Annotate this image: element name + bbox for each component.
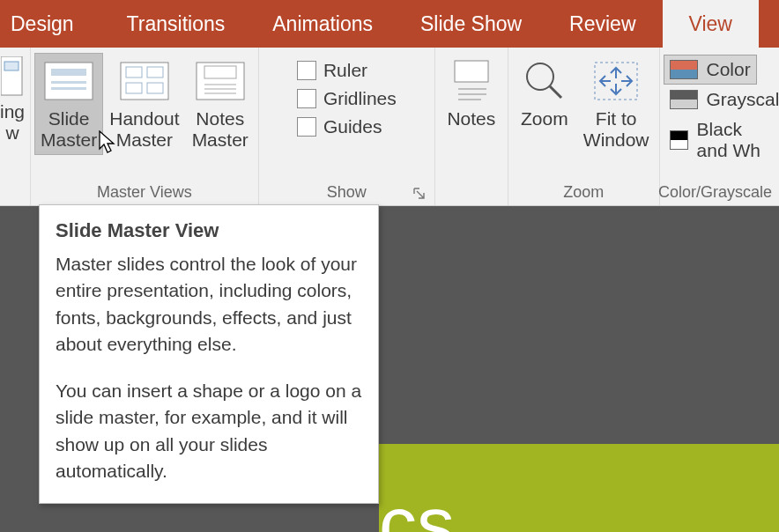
outline-view-button-partial[interactable]: ing w bbox=[0, 53, 26, 147]
grayscale-swatch-icon bbox=[670, 90, 698, 109]
magnifier-icon bbox=[523, 59, 567, 103]
tab-label: Transitions bbox=[127, 12, 226, 36]
group-show: Ruler Gridlines Guides Show bbox=[259, 48, 435, 205]
svg-rect-1 bbox=[4, 62, 19, 70]
color-swatch-icon bbox=[670, 60, 698, 79]
grayscale-option[interactable]: Grayscale bbox=[664, 85, 779, 115]
svg-point-20 bbox=[527, 63, 553, 90]
guides-checkbox[interactable]: Guides bbox=[292, 113, 388, 141]
label-line: Handout bbox=[109, 108, 179, 129]
option-label: Color bbox=[707, 59, 751, 80]
svg-rect-3 bbox=[51, 69, 86, 76]
label-line: ing bbox=[0, 101, 25, 122]
svg-rect-16 bbox=[455, 61, 488, 82]
zoom-button[interactable]: Zoom bbox=[512, 53, 577, 155]
tab-review[interactable]: Review bbox=[552, 0, 662, 48]
tooltip-paragraph: Master slides control the look of your e… bbox=[56, 251, 362, 358]
group-label: Master Views bbox=[34, 179, 255, 205]
group-label-text: Show bbox=[327, 183, 367, 202]
tooltip-title: Slide Master View bbox=[56, 219, 362, 242]
handout-master-icon bbox=[120, 62, 169, 100]
svg-rect-11 bbox=[197, 63, 244, 100]
bw-swatch-icon bbox=[670, 130, 688, 150]
tooltip-paragraph: You can insert a shape or a logo on a sl… bbox=[56, 378, 362, 485]
tab-transitions[interactable]: Transitions bbox=[109, 0, 256, 48]
label-line: Notes bbox=[196, 108, 244, 129]
color-option[interactable]: Color bbox=[664, 55, 757, 85]
title-text: cs bbox=[379, 480, 455, 533]
checkbox-icon bbox=[297, 117, 316, 137]
label-line: Slide bbox=[48, 108, 90, 129]
label-line: Fit to bbox=[596, 108, 637, 129]
svg-line-21 bbox=[550, 86, 561, 98]
dialog-launcher-icon[interactable] bbox=[413, 188, 426, 200]
group-notes: Notes bbox=[435, 48, 508, 205]
handout-master-button[interactable]: Handout Master bbox=[103, 53, 185, 155]
svg-rect-6 bbox=[121, 63, 168, 100]
checkbox-label: Gridlines bbox=[323, 88, 397, 109]
svg-rect-4 bbox=[51, 81, 86, 84]
notes-master-icon bbox=[196, 62, 245, 100]
slide-master-tooltip: Slide Master View Master slides control … bbox=[39, 204, 379, 504]
ruler-checkbox[interactable]: Ruler bbox=[292, 56, 373, 85]
ribbon-tabs: Design Transitions Animations Slide Show… bbox=[0, 0, 779, 48]
group-label: Color/Grayscale bbox=[664, 179, 775, 205]
tab-label: Slide Show bbox=[420, 12, 522, 36]
slide-master-button[interactable]: Slide Master bbox=[34, 53, 103, 155]
label-line: Notes bbox=[447, 108, 495, 129]
page-icon bbox=[1, 56, 24, 97]
label-line: Master bbox=[41, 129, 97, 151]
label-line: Master bbox=[192, 129, 249, 151]
label-line: Master bbox=[116, 129, 173, 151]
checkbox-label: Ruler bbox=[323, 60, 367, 81]
notes-icon bbox=[451, 59, 492, 103]
fit-to-window-button[interactable]: Fit to Window bbox=[577, 53, 656, 155]
slide-master-icon bbox=[44, 62, 93, 100]
tab-label: Design bbox=[11, 12, 74, 36]
fit-window-icon bbox=[593, 61, 639, 101]
checkbox-label: Guides bbox=[323, 116, 382, 137]
tab-label: Animations bbox=[272, 12, 373, 36]
group-label: Show bbox=[263, 179, 431, 205]
tab-label: View bbox=[689, 12, 732, 36]
label-line: Window bbox=[583, 129, 649, 151]
checkbox-icon bbox=[297, 89, 316, 108]
slide-title-fragment: cs bbox=[379, 444, 779, 532]
black-and-white-option[interactable]: Black and Wh bbox=[664, 115, 775, 166]
label-line: w bbox=[5, 122, 19, 144]
tab-slide-show[interactable]: Slide Show bbox=[403, 0, 552, 48]
notes-master-button[interactable]: Notes Master bbox=[186, 53, 255, 155]
notes-button[interactable]: Notes bbox=[439, 53, 504, 155]
tab-label: Review bbox=[569, 12, 635, 36]
gridlines-checkbox[interactable]: Gridlines bbox=[292, 85, 402, 113]
label-line: Zoom bbox=[521, 108, 568, 129]
tab-animations[interactable]: Animations bbox=[255, 0, 403, 48]
group-zoom: Zoom Fit to Window Zoom bbox=[508, 48, 660, 205]
tab-design[interactable]: Design bbox=[0, 0, 109, 48]
group-master-views: Slide Master Handout Master bbox=[31, 48, 259, 205]
option-label: Black and Wh bbox=[697, 119, 769, 161]
checkbox-icon bbox=[297, 61, 316, 80]
group-label: Zoom bbox=[512, 179, 656, 205]
tab-view[interactable]: View bbox=[663, 0, 759, 48]
ribbon: ing w Slide Master bbox=[0, 48, 779, 206]
svg-rect-5 bbox=[51, 87, 86, 90]
option-label: Grayscale bbox=[707, 89, 779, 110]
group-color-grayscale: Color Grayscale Black and Wh Color/Grays… bbox=[660, 48, 779, 205]
